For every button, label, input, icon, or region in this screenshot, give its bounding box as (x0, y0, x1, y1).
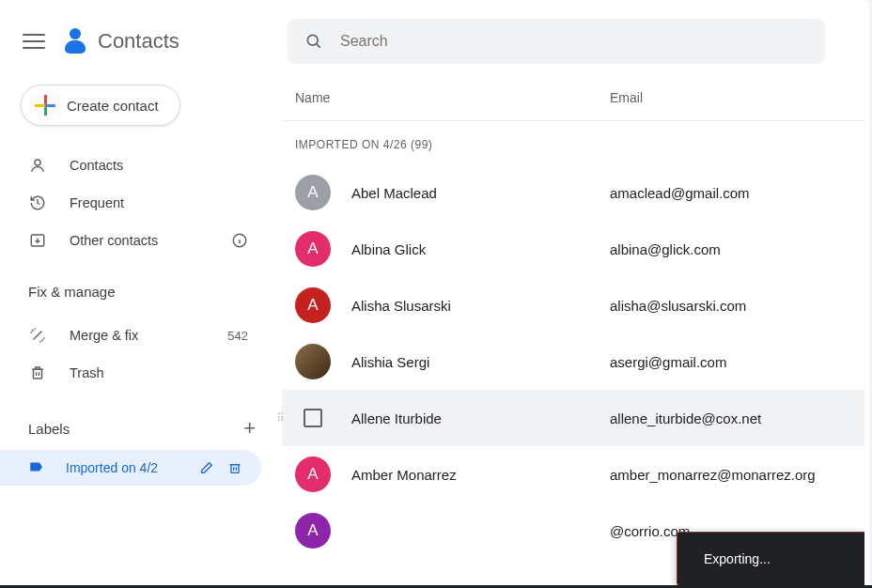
drag-handle-icon[interactable]: ⠿ (276, 411, 285, 425)
contact-name: Alishia Sergi (351, 354, 610, 370)
column-name: Name (295, 90, 610, 105)
toast-exporting: Exporting... (677, 532, 872, 586)
svg-rect-4 (231, 465, 239, 473)
contact-name: Abel Maclead (351, 185, 610, 201)
labels-title: Labels (28, 421, 70, 437)
contact-email: albina@glick.com (610, 241, 872, 257)
avatar: A (295, 231, 331, 267)
archive-icon (28, 231, 47, 250)
contact-row[interactable]: A Abel Maclead amaclead@gmail.com (282, 164, 872, 221)
app-title: Contacts (98, 29, 179, 54)
contact-email: amber_monarrez@monarrez.org (610, 467, 872, 483)
avatar: A (295, 456, 331, 492)
edit-label-button[interactable] (199, 460, 214, 475)
contact-email: amaclead@gmail.com (610, 185, 872, 201)
contacts-logo-icon (62, 28, 88, 54)
avatar: A (295, 513, 331, 549)
row-checkbox[interactable] (304, 409, 322, 427)
contact-row[interactable]: ⠿ Allene Iturbide allene_iturbide@cox.ne… (282, 390, 872, 446)
avatar: A (295, 287, 331, 323)
history-icon (28, 193, 47, 212)
contact-name: Amber Monarrez (351, 467, 610, 483)
info-icon[interactable] (231, 232, 248, 249)
person-icon (28, 156, 47, 175)
nav-other-label: Other contacts (70, 233, 158, 248)
contact-email: asergi@gmail.com (610, 354, 872, 370)
contact-row[interactable]: A Alisha Slusarski alisha@slusarski.com (282, 277, 872, 333)
svg-rect-3 (34, 369, 42, 379)
contact-email: alisha@slusarski.com (610, 298, 872, 314)
nav-contacts[interactable]: Contacts (0, 147, 267, 184)
label-item-imported[interactable]: Imported on 4/2 (0, 450, 261, 486)
avatar (295, 344, 331, 379)
add-label-button[interactable]: + (243, 416, 256, 441)
contact-name: Albina Glick (351, 241, 610, 257)
merge-count: 542 (227, 329, 248, 343)
delete-label-button[interactable] (227, 460, 242, 475)
contact-row[interactable]: A Albina Glick albina@glick.com (282, 221, 872, 277)
menu-button[interactable] (23, 30, 45, 53)
contact-name: Allene Iturbide (351, 410, 610, 426)
contact-name: Alisha Slusarski (351, 298, 610, 314)
create-contact-label: Create contact (67, 98, 159, 114)
nav-other-contacts[interactable]: Other contacts (0, 222, 267, 259)
contact-email: allene_iturbide@cox.net (610, 410, 872, 426)
label-icon (28, 458, 47, 477)
fix-manage-title: Fix & manage (0, 267, 282, 309)
nav-frequent-label: Frequent (70, 195, 124, 210)
toast-text: Exporting... (704, 551, 771, 566)
contact-row[interactable]: Alishia Sergi asergi@gmail.com (282, 333, 872, 390)
brand: Contacts (62, 28, 179, 54)
nav-trash[interactable]: Trash (0, 354, 267, 392)
window-edge (864, 0, 872, 588)
contact-row[interactable]: A Amber Monarrez amber_monarrez@monarrez… (282, 446, 872, 503)
create-contact-button[interactable]: Create contact (21, 85, 180, 126)
search-bar[interactable] (288, 19, 825, 64)
label-name: Imported on 4/2 (66, 460, 158, 475)
search-input[interactable] (340, 33, 808, 50)
column-email: Email (610, 90, 872, 105)
nav-trash-label: Trash (70, 365, 104, 380)
svg-point-0 (35, 160, 40, 165)
svg-point-5 (307, 35, 318, 45)
list-group-header: IMPORTED ON 4/26 (99) (282, 121, 872, 164)
nav-contacts-label: Contacts (70, 158, 123, 173)
nav-merge-label: Merge & fix (70, 328, 138, 343)
nav-merge-fix[interactable]: Merge & fix 542 (0, 317, 267, 354)
avatar: A (295, 175, 331, 210)
wand-icon (28, 326, 47, 345)
nav-frequent[interactable]: Frequent (0, 184, 267, 222)
trash-icon (28, 364, 47, 382)
search-icon (304, 32, 323, 51)
plus-icon (35, 95, 55, 116)
